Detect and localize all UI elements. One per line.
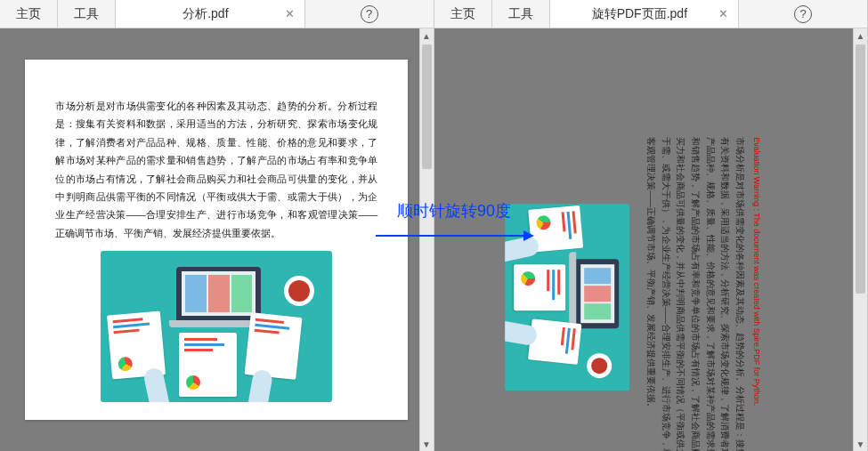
page-paragraph: 市场分析是对市场供需变化的各种因素及其动态、趋势的分析。分析过程是：搜集有关资料…: [644, 138, 747, 452]
evaluation-warning: Evaluation Warning : The document was cr…: [752, 138, 761, 452]
right-pane: 主页 工具 旋转PDF页面.pdf ✕ ? Evaluation Warning…: [434, 0, 869, 451]
document-tab-label: 分析.pdf: [183, 6, 228, 22]
close-icon[interactable]: ✕: [718, 7, 731, 20]
page-paragraph: 市场分析是对市场供需变化的各种因素及其动态、趋势的分析。分析过程是：搜集有关资料…: [55, 97, 377, 242]
scroll-thumb[interactable]: [856, 44, 865, 294]
left-toolbar: 主页 工具 分析.pdf ✕ ?: [0, 0, 434, 28]
rotated-page-content: Evaluation Warning : The document was cr…: [505, 138, 761, 452]
scroll-down-icon[interactable]: ▼: [854, 437, 867, 451]
left-pane: 主页 工具 分析.pdf ✕ ? 市场分析是对市场供需变化的各种因素及其动态、趋…: [0, 0, 434, 451]
scroll-up-icon[interactable]: ▲: [854, 28, 867, 43]
document-tab[interactable]: 旋转PDF页面.pdf ✕: [550, 0, 740, 28]
tools-tab[interactable]: 工具: [58, 0, 116, 28]
close-icon[interactable]: ✕: [285, 7, 297, 20]
document-tab-label: 旋转PDF页面.pdf: [592, 6, 687, 22]
home-tab[interactable]: 主页: [434, 0, 492, 28]
home-tab[interactable]: 主页: [0, 0, 58, 28]
right-viewport: Evaluation Warning : The document was cr…: [434, 28, 868, 451]
scroll-down-icon[interactable]: ▼: [420, 437, 434, 451]
right-scrollbar[interactable]: ▲ ▼: [853, 28, 867, 451]
pdf-page: 市场分析是对市场供需变化的各种因素及其动态、趋势的分析。分析过程是：搜集有关资料…: [25, 60, 408, 420]
right-toolbar: 主页 工具 旋转PDF页面.pdf ✕ ?: [434, 0, 868, 28]
tools-tab[interactable]: 工具: [492, 0, 550, 28]
left-scrollbar[interactable]: ▲ ▼: [419, 28, 434, 451]
page-illustration: [101, 251, 332, 402]
app-container: 主页 工具 分析.pdf ✕ ? 市场分析是对市场供需变化的各种因素及其动态、趋…: [0, 0, 868, 451]
scroll-up-icon[interactable]: ▲: [420, 28, 434, 43]
help-tab[interactable]: ?: [739, 0, 867, 28]
scroll-thumb[interactable]: [422, 44, 432, 169]
document-tab[interactable]: 分析.pdf ✕: [116, 0, 305, 28]
help-icon: ?: [361, 5, 378, 23]
help-icon: ?: [794, 5, 812, 23]
page-illustration: [505, 205, 629, 391]
help-tab[interactable]: ?: [305, 0, 434, 28]
left-viewport: 市场分析是对市场供需变化的各种因素及其动态、趋势的分析。分析过程是：搜集有关资料…: [0, 28, 434, 451]
